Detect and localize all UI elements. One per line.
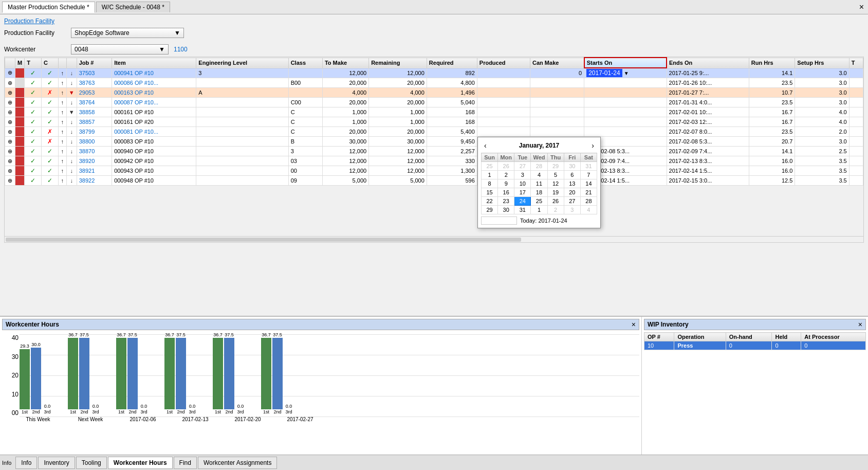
cal-day[interactable]: 19 (547, 188, 564, 197)
row-arrow-up[interactable]: ↑ (58, 127, 66, 137)
row-arrow-down[interactable]: ↓ (66, 137, 77, 147)
cal-day[interactable]: 3 (564, 206, 580, 214)
row-job[interactable]: 38763 (77, 78, 112, 88)
row-expand[interactable]: ⊕ (5, 68, 15, 78)
row-job[interactable]: 29053 (77, 88, 112, 98)
col-job[interactable]: Job # (77, 58, 112, 68)
row-arrow-up[interactable]: ↑ (58, 107, 66, 117)
cal-day[interactable]: 10 (514, 179, 531, 188)
col-run-hrs[interactable]: Run Hrs (749, 58, 795, 68)
row-arrow-down[interactable]: ↓ (66, 117, 77, 127)
row-job[interactable]: 37503 (77, 68, 112, 78)
table-row[interactable]: ⊕ ✓ ✗ ↑ ↓ 38799 000081 OP #10... C 20,00… (5, 127, 863, 137)
cal-day[interactable]: 26 (547, 197, 564, 206)
row-arrow-up[interactable]: ↑ (58, 98, 66, 107)
row-arrow-up[interactable]: ↑ (58, 78, 66, 88)
cal-day[interactable]: 6 (564, 171, 580, 179)
row-arrow-up[interactable]: ↑ (58, 156, 66, 166)
row-expand[interactable]: ⊕ (5, 127, 15, 137)
bottom-tab-find[interactable]: Find (174, 457, 197, 469)
row-expand[interactable]: ⊕ (5, 166, 15, 176)
cal-day[interactable]: 25 (482, 162, 498, 171)
row-arrow-up[interactable]: ↑ (58, 176, 66, 186)
row-arrow-up[interactable]: ↑ (58, 137, 66, 147)
cal-day[interactable]: 26 (498, 162, 514, 171)
col-t[interactable]: T (849, 58, 863, 68)
cal-day[interactable]: 28 (531, 162, 547, 171)
cal-day[interactable]: 2 (547, 206, 564, 214)
row-arrow-down[interactable]: ↓ (66, 166, 77, 176)
schedule-table-container[interactable]: M T C Job # Item Engineering Level Class… (4, 57, 864, 237)
cal-day[interactable]: 15 (482, 188, 498, 197)
cal-day[interactable]: 25 (531, 197, 547, 206)
row-job[interactable]: 38858 (77, 107, 112, 117)
row-job[interactable]: 38800 (77, 137, 112, 147)
row-expand[interactable]: ⊕ (5, 176, 15, 186)
row-job[interactable]: 38922 (77, 176, 112, 186)
bottom-tab-info[interactable]: Info (15, 457, 37, 469)
row-starts-on[interactable] (584, 107, 667, 117)
row-job[interactable]: 38920 (77, 156, 112, 166)
production-facility-select[interactable]: ShopEdge Software ▼ (71, 28, 184, 38)
table-row[interactable]: ⊕ ✓ ✓ ↑ ↓ 38763 000086 OP #10... B00 20,… (5, 78, 863, 88)
cal-day[interactable]: 20 (564, 188, 580, 197)
row-arrow-up[interactable]: ↑ (58, 147, 66, 156)
col-item[interactable]: Item (112, 58, 196, 68)
col-m[interactable]: M (15, 58, 25, 68)
cal-day[interactable]: 7 (580, 171, 597, 179)
window-close-button[interactable]: × (857, 3, 866, 12)
cal-day[interactable]: 16 (498, 188, 514, 197)
row-arrow-down[interactable]: ↓ (66, 176, 77, 186)
table-row[interactable]: ⊕ ✓ ✓ ↑ ↓ 38921 000943 OP #10 00 12,000 … (5, 166, 863, 176)
row-arrow-up[interactable]: ↑ (58, 68, 66, 78)
cal-day[interactable]: 18 (531, 188, 547, 197)
row-arrow-down[interactable]: ▼ (66, 88, 77, 98)
row-expand[interactable]: ⊕ (5, 107, 15, 117)
cal-day[interactable]: 12 (547, 179, 564, 188)
row-arrow-down[interactable]: ↓ (66, 68, 77, 78)
col-class[interactable]: Class (288, 58, 322, 68)
col-required[interactable]: Required (427, 58, 477, 68)
cal-prev-button[interactable]: ‹ (481, 140, 490, 151)
row-arrow-down[interactable]: ↓ (66, 147, 77, 156)
row-job[interactable]: 38921 (77, 166, 112, 176)
cal-day[interactable]: 13 (564, 179, 580, 188)
cal-day[interactable]: 31 (514, 206, 531, 214)
workcenter-select[interactable]: 0048 ▼ (71, 44, 169, 55)
cal-day[interactable]: 27 (564, 197, 580, 206)
bottom-tab-inventory[interactable]: Inventory (38, 457, 75, 469)
cal-day[interactable]: 17 (514, 188, 531, 197)
cal-day[interactable]: 31 (580, 162, 597, 171)
row-expand[interactable]: ⊕ (5, 156, 15, 166)
table-row[interactable]: ⊕ ✓ ✓ ↑ ↓ 38764 000087 OP #10... C00 20,… (5, 98, 863, 107)
tab-wc-schedule[interactable]: W/C Schedule - 0048 * (96, 2, 170, 12)
table-row[interactable]: ⊕ ✓ ✓ ↑ ▼ 38858 000161 OP #10 C 1,000 1,… (5, 107, 863, 117)
wip-inventory-close-button[interactable]: × (858, 320, 862, 329)
row-arrow-up[interactable]: ↑ (58, 88, 66, 98)
row-arrow-up[interactable]: ↑ (58, 117, 66, 127)
bottom-tab-workcenter-hours[interactable]: Workcenter Hours (108, 457, 173, 469)
row-expand[interactable]: ⊕ (5, 117, 15, 127)
table-row[interactable]: ⊕ ✓ ✓ ↑ ↓ 38870 000940 OP #10 3 12,000 1… (5, 147, 863, 156)
cal-day[interactable]: 9 (498, 179, 514, 188)
cal-next-button[interactable]: › (588, 140, 597, 151)
row-starts-on[interactable]: 2017-01-24 ▼ (584, 68, 667, 78)
cal-day[interactable]: 5 (547, 171, 564, 179)
table-row[interactable]: ⊕ ✓ ✓ ↑ ↓ 38857 000161 OP #20 C 1,000 1,… (5, 117, 863, 127)
col-can-make[interactable]: Can Make (530, 58, 584, 68)
row-expand[interactable]: ⊕ (5, 147, 15, 156)
col-produced[interactable]: Produced (477, 58, 530, 68)
row-arrow-down[interactable]: ↓ (66, 127, 77, 137)
cal-day[interactable]: 3 (514, 171, 531, 179)
cal-day[interactable]: 30 (498, 206, 514, 214)
cal-day[interactable]: 27 (514, 162, 531, 171)
row-arrow-down[interactable]: ↓ (66, 78, 77, 88)
row-starts-on[interactable] (584, 98, 667, 107)
col-t[interactable]: T (25, 58, 42, 68)
cal-day[interactable]: 21 (580, 188, 597, 197)
col-eng[interactable]: Engineering Level (196, 58, 288, 68)
cal-day[interactable]: 8 (482, 179, 498, 188)
production-facility-link[interactable]: Production Facility (4, 17, 864, 25)
tab-master-production[interactable]: Master Production Schedule * (2, 2, 95, 13)
table-row[interactable]: ⊕ ✓ ✗ ↑ ▼ 29053 000163 OP #10 A 4,000 4,… (5, 88, 863, 98)
